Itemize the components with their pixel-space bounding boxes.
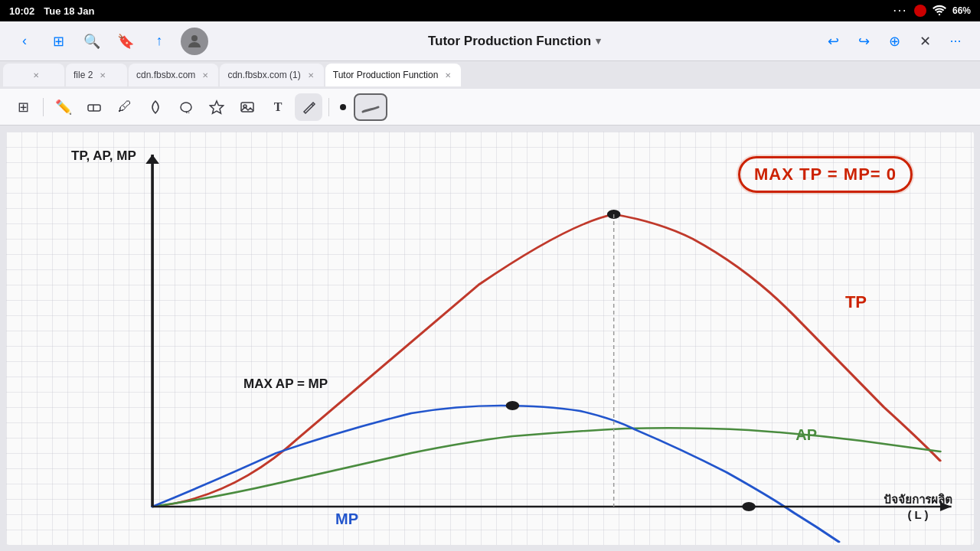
wifi-icon	[933, 5, 946, 18]
sidebar-toggle-button[interactable]: ⊞	[9, 93, 37, 121]
text-button[interactable]: T	[264, 93, 292, 121]
tabs-bar: ✕ file 2 ✕ cdn.fbsbx.com ✕ cdn.fbsbx.com…	[0, 61, 980, 89]
svg-rect-6	[241, 103, 253, 112]
tab-blank-close[interactable]: ✕	[31, 70, 41, 80]
tp-label: TP	[845, 292, 867, 312]
pen-tip-button[interactable]	[354, 93, 387, 121]
back-button[interactable]: ‹	[12, 29, 37, 54]
tab-blank[interactable]: ✕	[3, 64, 64, 86]
tab-cdn2[interactable]: cdn.fbsbx.com (1) ✕	[220, 64, 323, 86]
tab-tutor-close[interactable]: ✕	[443, 70, 453, 80]
bookmark-button[interactable]: 🔖	[113, 29, 138, 54]
whiteboard: TP, AP, MP MAX TP = MP= 0 TP AP MP MAX A…	[6, 132, 974, 545]
tab-cdn1-close[interactable]: ✕	[200, 70, 211, 80]
recording-icon	[914, 5, 926, 17]
time: 10:02	[9, 5, 34, 17]
undo-button[interactable]: ↩	[821, 29, 845, 54]
lasso-button[interactable]	[172, 93, 200, 121]
max-ap-label: MAX AP = MP	[243, 377, 328, 392]
svg-marker-5	[211, 101, 224, 113]
tab-tutor-label: Tutor Production Function	[333, 70, 439, 80]
page-area: TP, AP, MP MAX TP = MP= 0 TP AP MP MAX A…	[0, 126, 980, 551]
more-button[interactable]: ···	[943, 29, 968, 54]
tab-cdn1[interactable]: cdn.fbsbx.com ✕	[129, 64, 218, 86]
status-bar: 10:02 Tue 18 Jan ··· 66%	[0, 0, 980, 21]
tab-cdn2-label: cdn.fbsbx.com (1)	[227, 70, 300, 80]
y-axis-label: TP, AP, MP	[71, 148, 136, 164]
max-tp-text: MAX TP = MP= 0	[754, 165, 897, 184]
svg-rect-2	[88, 105, 100, 111]
more-icon: ···	[893, 5, 908, 16]
status-right: ··· 66%	[893, 5, 971, 18]
toolbar-divider-1	[43, 98, 44, 116]
tab-file2-close[interactable]: ✕	[97, 70, 108, 80]
pen-button[interactable]	[295, 93, 322, 121]
status-left: 10:02 Tue 18 Jan	[9, 5, 94, 17]
tab-file2[interactable]: file 2 ✕	[66, 64, 127, 86]
tab-cdn1-label: cdn.fbsbx.com	[136, 70, 195, 80]
close-button[interactable]: ✕	[913, 29, 937, 54]
grid-button[interactable]: ⊞	[46, 29, 70, 54]
tab-file2-label: file 2	[74, 70, 93, 80]
star-button[interactable]	[203, 93, 230, 121]
nav-right-buttons: ↩ ↪ ⊕ ✕ ···	[821, 29, 968, 54]
svg-point-1	[191, 35, 198, 41]
svg-point-4	[181, 103, 191, 112]
battery-icon: 66%	[952, 5, 971, 16]
shape-button[interactable]	[142, 93, 169, 121]
pen-size-indicator	[340, 104, 346, 110]
chart-svg	[6, 132, 974, 545]
tab-tutor[interactable]: Tutor Production Function ✕	[325, 64, 462, 86]
x-axis-label: ปัจจัยการผลิต ( L )	[884, 492, 952, 522]
search-button[interactable]: 🔍	[80, 29, 104, 54]
redo-button[interactable]: ↪	[851, 29, 876, 54]
svg-point-14	[742, 502, 756, 511]
toolbar: ⊞ ✏️ 🖊 T	[0, 89, 980, 126]
nav-bar: ‹ ⊞ 🔍 🔖 ↑ Tutor Production Function ▾ ↩ …	[0, 21, 980, 61]
svg-point-0	[939, 13, 940, 15]
share-button[interactable]: ↑	[147, 29, 172, 54]
avatar-button[interactable]	[181, 28, 208, 55]
svg-marker-11	[145, 155, 159, 164]
add-page-button[interactable]: ⊕	[882, 29, 906, 54]
content-area: TP, AP, MP MAX TP = MP= 0 TP AP MP MAX A…	[0, 126, 980, 551]
max-tp-annotation: MAX TP = MP= 0	[738, 156, 913, 193]
x-axis-text: ปัจจัยการผลิต ( L )	[884, 493, 952, 521]
toolbar-divider-2	[328, 98, 329, 116]
date: Tue 18 Jan	[44, 5, 94, 17]
tab-cdn2-close[interactable]: ✕	[305, 70, 316, 80]
mp-label: MP	[335, 510, 358, 528]
pencil-button[interactable]: ✏️	[50, 93, 77, 121]
highlighter-button[interactable]: 🖊	[111, 93, 139, 121]
eraser-button[interactable]	[80, 93, 108, 121]
nav-title-area: Tutor Production Function ▾	[217, 34, 812, 49]
image-button[interactable]	[234, 93, 261, 121]
title-chevron: ▾	[596, 35, 601, 47]
page-title: Tutor Production Function	[428, 34, 591, 49]
svg-point-13	[506, 401, 520, 410]
ap-label: AP	[795, 426, 817, 444]
